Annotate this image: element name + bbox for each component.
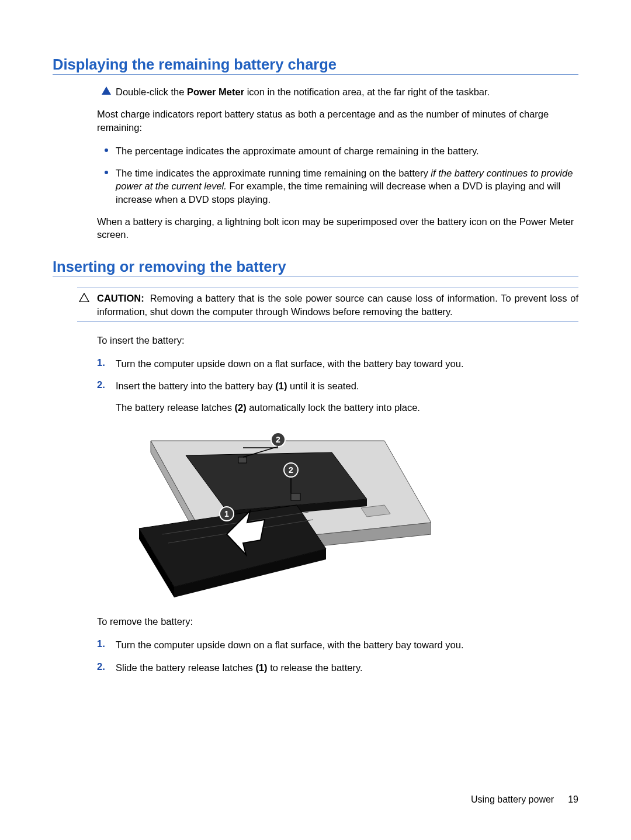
instruction-text: Double-click the Power Meter icon in the… [116,85,578,98]
caution-text: CAUTION:Removing a battery that is the s… [97,292,578,318]
bullet2-pre: The time indicates the approximate runni… [116,168,431,178]
caution-label: CAUTION: [97,293,144,303]
step2-sub-post: automatically lock the battery into plac… [247,402,420,413]
bullet-row-1: The percentage indicates the approximate… [97,144,578,157]
para-lightning-bolt: When a battery is charging, a lightning … [97,215,578,241]
svg-rect-14 [238,457,247,463]
callout-1-label: 1 [224,509,229,518]
insert-intro: To insert the battery: [97,334,578,347]
step-number: 2. [97,379,116,390]
page-footer: Using battery power19 [471,794,578,805]
step-text: Turn the computer upside down on a flat … [116,357,578,370]
step-text: Slide the battery release latches (1) to… [116,661,578,674]
insert-step-2: 2. Insert the battery into the battery b… [97,379,578,414]
step-number: 1. [97,357,116,368]
footer-section: Using battery power [471,794,554,804]
step-number: 1. [97,638,116,649]
remove-intro: To remove the battery: [97,615,578,628]
instruction-row: Double-click the Power Meter icon in the… [97,85,578,98]
caution-body: Removing a battery that is the sole powe… [97,293,578,316]
remove-step-1: 1. Turn the computer upside down on a fl… [97,638,578,651]
step2-sub-bold: (2) [235,402,247,413]
triangle-up-icon [97,85,116,95]
rstep2-post: to release the battery. [268,662,363,673]
bullet-icon [97,167,116,174]
remove-step-2: 2. Slide the battery release latches (1)… [97,661,578,674]
para-charge-indicators: Most charge indicators report battery st… [97,108,578,134]
svg-marker-0 [79,293,89,302]
svg-rect-13 [291,493,300,500]
caution-box: CAUTION:Removing a battery that is the s… [77,288,578,322]
caution-triangle-icon [77,292,91,302]
callout-2a-label: 2 [276,435,280,444]
step2-sub-pre: The battery release latches [116,402,235,413]
bullet-text-2: The time indicates the approximate runni… [116,167,578,206]
rstep2-bold: (1) [255,662,267,673]
step2-bold: (1) [275,381,287,391]
insert-step-1: 1. Turn the computer upside down on a fl… [97,357,578,370]
instruction-bold: Power Meter [187,87,244,97]
battery-illustration: 1 2 2 [116,423,578,601]
callout-2b-label: 2 [289,465,293,475]
footer-page-number: 19 [568,794,578,804]
heading-display-charge: Displaying the remaining battery charge [53,56,578,75]
step2-mid: until it is seated. [287,381,359,391]
instruction-pre: Double-click the [116,87,187,97]
bullet-icon [97,144,116,152]
step2-sub: The battery release latches (2) automati… [116,401,578,414]
step-number: 2. [97,661,116,672]
bullet-row-2: The time indicates the approximate runni… [97,167,578,206]
heading-insert-remove: Inserting or removing the battery [53,258,578,277]
step-text: Turn the computer upside down on a flat … [116,638,578,651]
step-text: Insert the battery into the battery bay … [116,379,578,414]
step2-pre: Insert the battery into the battery bay [116,381,275,391]
bullet-text-1: The percentage indicates the approximate… [116,144,578,157]
instruction-post: icon in the notification area, at the fa… [244,87,490,97]
rstep2-pre: Slide the battery release latches [116,662,255,673]
